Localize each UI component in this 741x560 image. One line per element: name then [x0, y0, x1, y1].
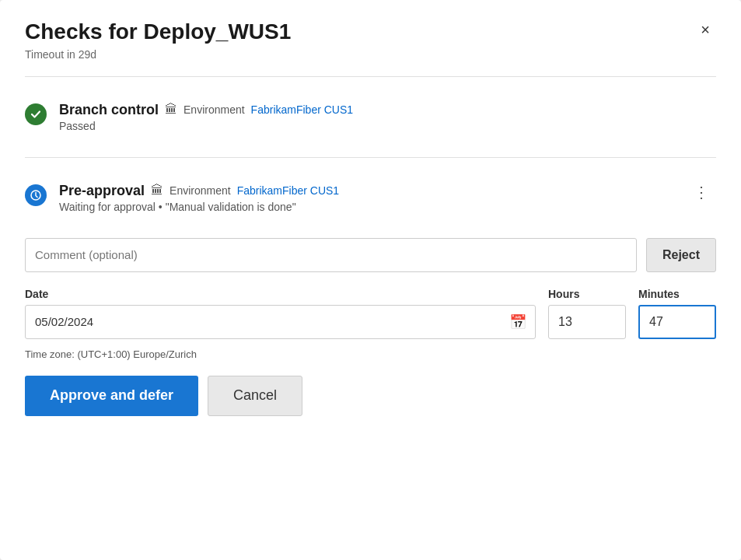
minutes-input[interactable]: [638, 305, 716, 339]
date-field-group: Date 📅: [25, 288, 536, 339]
comment-input[interactable]: [25, 238, 637, 272]
pre-approval-title-row: Pre-approval 🏛 Environment FabrikamFiber…: [59, 183, 675, 199]
close-button[interactable]: ×: [694, 19, 716, 40]
env-link-2[interactable]: FabrikamFiber CUS1: [237, 184, 339, 197]
hours-field-group: Hours: [548, 288, 626, 339]
date-time-row: Date 📅 Hours Minutes: [25, 288, 716, 339]
env-icon-2: 🏛: [151, 184, 163, 198]
approval-form: Reject Date 📅 Hours Minutes Time zone: (…: [25, 238, 716, 416]
minutes-label: Minutes: [638, 288, 716, 300]
hours-input[interactable]: [548, 305, 626, 339]
action-row: Approve and defer Cancel: [25, 376, 716, 416]
more-options-button[interactable]: ⋮: [687, 183, 716, 201]
check-item-pre-approval: Pre-approval 🏛 Environment FabrikamFiber…: [25, 173, 716, 222]
reject-button[interactable]: Reject: [646, 238, 716, 272]
date-input[interactable]: [25, 305, 536, 339]
check-item-branch-control: Branch control 🏛 Environment FabrikamFib…: [25, 93, 716, 142]
modal-subtitle: Timeout in 29d: [25, 48, 291, 61]
date-input-wrapper: 📅: [25, 305, 536, 339]
env-link-1[interactable]: FabrikamFiber CUS1: [251, 103, 353, 116]
modal-header: Checks for Deploy_WUS1 Timeout in 29d ×: [25, 19, 716, 61]
divider-1: [25, 76, 716, 77]
passed-icon: [25, 103, 47, 125]
modal-title: Checks for Deploy_WUS1: [25, 19, 291, 45]
branch-control-content: Branch control 🏛 Environment FabrikamFib…: [59, 102, 716, 132]
checks-modal: Checks for Deploy_WUS1 Timeout in 29d × …: [0, 0, 741, 560]
date-label: Date: [25, 288, 536, 300]
header-text: Checks for Deploy_WUS1 Timeout in 29d: [25, 19, 291, 61]
branch-control-status: Passed: [59, 120, 716, 132]
hours-label: Hours: [548, 288, 626, 300]
approve-defer-button[interactable]: Approve and defer: [25, 376, 198, 416]
pending-icon: [25, 184, 47, 206]
divider-2: [25, 157, 716, 158]
cancel-button[interactable]: Cancel: [208, 376, 302, 416]
pre-approval-content: Pre-approval 🏛 Environment FabrikamFiber…: [59, 183, 675, 213]
env-icon-1: 🏛: [165, 103, 177, 117]
comment-reject-row: Reject: [25, 238, 716, 272]
env-label-2: Environment: [170, 184, 231, 197]
timezone-text: Time zone: (UTC+1:00) Europe/Zurich: [25, 348, 716, 360]
pre-approval-name: Pre-approval: [59, 183, 145, 199]
pre-approval-status: Waiting for approval • "Manual validatio…: [59, 201, 675, 213]
env-label-1: Environment: [184, 103, 245, 116]
branch-control-title-row: Branch control 🏛 Environment FabrikamFib…: [59, 102, 716, 118]
branch-control-name: Branch control: [59, 102, 159, 118]
minutes-field-group: Minutes: [638, 288, 716, 339]
